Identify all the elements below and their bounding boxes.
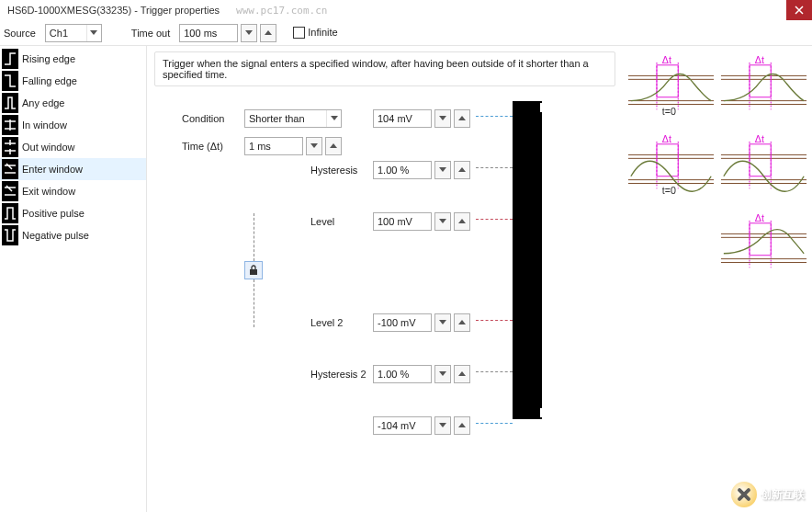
dash-hysteresis [476, 167, 513, 168]
hysteresis-input[interactable]: 1.00 % [373, 161, 432, 179]
kind-falling-edge[interactable]: Falling edge [0, 70, 146, 92]
kind-positive-pulse[interactable]: Positive pulse [0, 202, 146, 224]
time-dt-down[interactable] [306, 137, 322, 155]
out-window-icon [2, 137, 18, 157]
kind-label: Negative pulse [22, 230, 89, 241]
kind-label: Rising edge [22, 53, 75, 64]
exit-window-icon [2, 181, 18, 201]
positive-pulse-icon [2, 203, 18, 223]
dash-level2 [476, 320, 513, 321]
enter-window-icon [2, 159, 18, 179]
kind-exit-window[interactable]: Exit window [0, 180, 146, 202]
svg-text:Δt: Δt [662, 54, 671, 65]
dash-hysteresis2 [476, 371, 513, 372]
lower_limit-input[interactable]: -104 mV [373, 416, 432, 435]
checkbox-icon [293, 27, 305, 39]
svg-text:t=0: t=0 [662, 106, 676, 117]
properties-panel: Trigger when the signal enters a specifi… [147, 46, 623, 512]
svg-text:Δt: Δt [755, 212, 764, 223]
param-label: Hysteresis [310, 165, 373, 176]
footer-logo: 创新互联 [726, 479, 810, 510]
thumb-6[interactable]: Δt [719, 210, 808, 285]
kind-label: In window [22, 119, 67, 131]
param-hysteresis: Hysteresis 1.00 % [310, 158, 470, 182]
kind-out-window[interactable]: Out window [0, 136, 146, 158]
svg-rect-0 [250, 269, 257, 275]
infinite-checkbox[interactable]: Infinite [293, 27, 337, 40]
logo-icon [731, 482, 757, 507]
condition-label: Condition [182, 113, 244, 124]
titlebar: HS6D-1000XMESG(33235) - Trigger properti… [0, 0, 812, 20]
level2-up[interactable] [454, 313, 470, 332]
hysteresis-up[interactable] [454, 161, 470, 179]
close-button[interactable] [786, 0, 812, 20]
level-down[interactable] [434, 212, 451, 231]
time-dt-label: Time (Δt) [182, 141, 244, 152]
watermark: www.pc17.com.cn [236, 5, 327, 17]
kind-label: Any edge [22, 97, 64, 108]
hysteresis2-input[interactable]: 1.00 % [373, 365, 432, 383]
thumb-4[interactable]: Δt [719, 131, 808, 206]
time-dt-input[interactable]: 1 ms [244, 137, 303, 155]
lock-col [244, 261, 263, 279]
level2-down[interactable] [434, 313, 451, 332]
kind-label: Falling edge [22, 75, 77, 86]
source-combo[interactable]: Ch1 [45, 24, 102, 42]
trigger-kind-list: Rising edgeFalling edgeAny edgeIn window… [0, 46, 147, 512]
svg-text:Δt: Δt [755, 133, 764, 144]
svg-text:Δt: Δt [755, 54, 764, 65]
hysteresis2-down[interactable] [434, 365, 451, 383]
chevron-down-icon [326, 110, 341, 127]
kind-label: Out window [22, 142, 74, 153]
time-dt-up[interactable] [325, 137, 342, 155]
preview-thumbnails: Δt t=0 Δt Δt t=0 Δt [623, 46, 812, 512]
dash-level [476, 219, 513, 220]
rising-edge-icon [2, 49, 18, 69]
kind-rising-edge[interactable]: Rising edge [0, 48, 146, 70]
thumb-1[interactable]: Δt t=0 [626, 51, 716, 127]
param-label: Level [310, 216, 373, 227]
levels-lock-button[interactable] [244, 261, 263, 279]
kind-label: Enter window [22, 164, 83, 175]
timeout-label: Time out [131, 28, 170, 39]
kind-negative-pulse[interactable]: Negative pulse [0, 224, 146, 246]
description-box: Trigger when the signal enters a specifi… [154, 51, 615, 86]
level-up[interactable] [454, 212, 470, 231]
close-icon [795, 6, 804, 15]
level-input[interactable]: 100 mV [373, 212, 432, 231]
kind-in-window[interactable]: In window [0, 114, 146, 136]
thumb-2[interactable]: Δt [719, 51, 808, 127]
kind-label: Positive pulse [22, 208, 85, 219]
condition-combo[interactable]: Shorter than [244, 109, 342, 128]
svg-text:Δt: Δt [662, 133, 671, 144]
thumb-3[interactable]: Δt t=0 [626, 131, 716, 206]
kind-label: Exit window [22, 186, 75, 197]
kind-any-edge[interactable]: Any edge [0, 92, 146, 114]
negative-pulse-icon [2, 225, 18, 245]
falling-edge-icon [2, 71, 18, 91]
timeout-up[interactable] [260, 24, 276, 42]
dash-lower_limit [476, 423, 513, 424]
lower_limit-up[interactable] [454, 416, 470, 435]
param-hysteresis2: Hysteresis 2 1.00 % [310, 362, 470, 386]
param-label: Hysteresis 2 [310, 369, 373, 380]
hysteresis2-up[interactable] [454, 365, 470, 383]
hysteresis-down[interactable] [434, 161, 451, 179]
param-label: Level 2 [310, 317, 373, 328]
kind-enter-window[interactable]: Enter window [0, 158, 146, 180]
in-window-icon [2, 115, 18, 135]
param-level2: Level 2 -100 mV [310, 311, 470, 335]
timeout-input[interactable]: 100 ms [179, 24, 238, 42]
svg-text:t=0: t=0 [662, 185, 676, 196]
param-lower_limit: -104 mV [310, 414, 470, 438]
source-value: Ch1 [50, 28, 68, 39]
chevron-down-icon [86, 25, 101, 41]
level2-input[interactable]: -100 mV [373, 313, 432, 332]
window-title: HS6D-1000XMESG(33235) - Trigger properti… [7, 5, 220, 16]
lower_limit-down[interactable] [434, 416, 451, 435]
lock-icon [249, 265, 258, 276]
source-label: Source [4, 28, 36, 39]
timeout-down[interactable] [241, 24, 257, 42]
param-level: Level 100 mV [310, 210, 470, 233]
toolbar: Source Ch1 Time out 100 ms Infinite [0, 20, 812, 46]
